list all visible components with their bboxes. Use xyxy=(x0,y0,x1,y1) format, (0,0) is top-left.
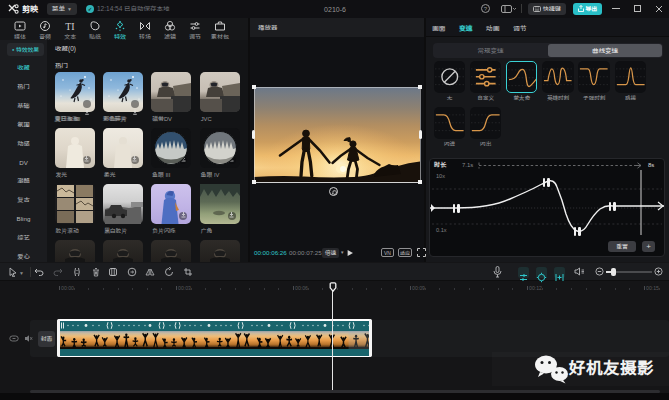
svg-text:TI: TI xyxy=(65,21,74,32)
